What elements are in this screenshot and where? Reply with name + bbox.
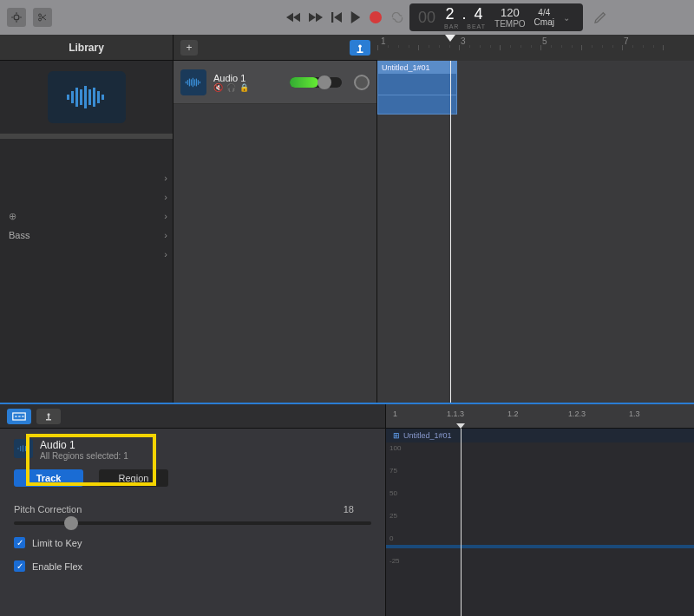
pitch-correction-slider[interactable] — [14, 521, 371, 525]
chevron-right-icon: › — [164, 173, 167, 183]
limit-to-key-label: Limit to Key — [32, 538, 82, 548]
svg-marker-10 — [293, 13, 300, 23]
rewind-button[interactable] — [286, 12, 300, 23]
svg-rect-32 — [193, 77, 193, 86]
segment-track-button[interactable]: Track — [14, 469, 83, 487]
svg-rect-45 — [20, 446, 21, 451]
arrange-area[interactable]: Untitled_1#01 — [377, 61, 694, 403]
svg-rect-48 — [28, 448, 29, 449]
svg-rect-44 — [18, 448, 19, 449]
inspector: Audio 1 All Regions selected: 1 Track Re… — [0, 429, 385, 582]
svg-marker-15 — [351, 11, 361, 23]
chevron-down-icon[interactable]: ⌄ — [563, 13, 570, 23]
add-track-button[interactable]: + — [180, 40, 198, 56]
svg-rect-33 — [194, 79, 195, 85]
limit-to-key-checkbox[interactable]: ✓ — [14, 537, 25, 548]
arrange-playhead[interactable] — [450, 61, 451, 403]
svg-point-0 — [14, 15, 19, 20]
svg-rect-17 — [71, 91, 74, 103]
svg-rect-43 — [46, 419, 51, 421]
chevron-right-icon: › — [164, 211, 167, 221]
headphones-icon[interactable]: 🎧 — [226, 83, 236, 92]
editor-region-header: ⊞ Untitled_1#01 — [386, 429, 694, 442]
mute-icon[interactable]: 🔇 — [213, 83, 223, 92]
edit-button[interactable] — [593, 10, 607, 24]
waveform — [386, 545, 694, 548]
enable-flex-checkbox[interactable]: ✓ — [14, 560, 25, 572]
library-item[interactable]: › — [0, 245, 173, 264]
audio-region[interactable]: Untitled_1#01 — [377, 61, 457, 115]
record-button[interactable] — [370, 11, 382, 23]
editor-panel: Audio 1 All Regions selected: 1 Track Re… — [0, 403, 694, 616]
transport-controls — [286, 11, 404, 23]
lock-icon[interactable]: 🔒 — [239, 83, 249, 92]
window-title: Untitled - Tracks — [468, 0, 524, 2]
editor-ruler[interactable]: 1 1.1.3 1.2 1.2.3 1.3 — [386, 404, 694, 429]
svg-rect-47 — [25, 446, 26, 451]
region-name: Untitled_1#01 — [378, 62, 456, 74]
library-panel: Library › › ⊕› Bass› › — [0, 35, 174, 403]
svg-rect-20 — [84, 86, 87, 108]
pan-knob[interactable] — [354, 75, 370, 90]
svg-point-5 — [39, 14, 42, 16]
library-header: Library — [0, 35, 173, 61]
playhead-marker-icon[interactable] — [445, 35, 455, 42]
svg-rect-22 — [93, 88, 95, 107]
segment-region-button[interactable]: Region — [99, 469, 168, 487]
svg-rect-26 — [359, 46, 361, 52]
library-item[interactable]: ⊕› — [0, 206, 173, 226]
audio-track-icon — [180, 69, 206, 95]
scissors-button[interactable] — [33, 8, 52, 27]
pitch-correction-label: Pitch Correction — [14, 504, 82, 514]
view-settings-button[interactable] — [7, 8, 26, 27]
go-to-start-button[interactable] — [331, 12, 342, 23]
svg-rect-34 — [196, 78, 197, 86]
svg-rect-23 — [97, 91, 100, 103]
editor-secondary-button[interactable] — [36, 409, 61, 424]
lcd-bar-beat: 2 . 4 — [446, 5, 485, 23]
timeline-ruler[interactable]: 1 3 5 7 — [377, 35, 694, 61]
tracks-area: + 1 3 5 7 — [174, 35, 694, 403]
toolbar-blue-button[interactable] — [350, 40, 370, 56]
editor-mode-button[interactable] — [7, 409, 31, 424]
play-button[interactable] — [350, 11, 361, 23]
audio-track-icon — [14, 439, 33, 458]
inspector-track-name: Audio 1 — [40, 439, 128, 451]
svg-rect-28 — [186, 81, 187, 82]
svg-rect-36 — [200, 81, 200, 82]
svg-rect-42 — [48, 414, 49, 419]
svg-rect-29 — [187, 80, 188, 85]
library-patch-icon[interactable] — [48, 71, 126, 123]
top-toolbar: Untitled - Tracks 00 2 . 4 BAR BEAT 120 … — [0, 0, 694, 35]
svg-point-6 — [39, 18, 42, 21]
lcd-dim-prefix: 00 — [418, 9, 435, 27]
svg-rect-30 — [189, 78, 190, 86]
lcd-tempo: 120 — [501, 6, 520, 19]
library-item-bass[interactable]: Bass› — [0, 226, 173, 245]
chevron-right-icon: › — [164, 230, 167, 240]
audio-editor[interactable]: 1 1.1.3 1.2 1.2.3 1.3 ⊞ Untitled_1#01 10… — [386, 404, 694, 616]
svg-marker-9 — [286, 13, 293, 23]
svg-marker-14 — [334, 12, 342, 23]
add-icon: ⊕ — [9, 211, 16, 222]
library-item[interactable]: › — [0, 187, 173, 206]
svg-rect-13 — [331, 12, 333, 23]
cycle-button[interactable] — [390, 12, 404, 23]
svg-rect-46 — [23, 445, 23, 451]
svg-rect-35 — [198, 80, 199, 85]
enable-flex-label: Enable Flex — [32, 561, 82, 572]
track-name: Audio 1 — [213, 73, 249, 83]
svg-rect-16 — [67, 95, 69, 100]
lcd-display[interactable]: Untitled - Tracks 00 2 . 4 BAR BEAT 120 … — [409, 3, 583, 31]
svg-rect-31 — [191, 79, 192, 85]
svg-rect-21 — [88, 89, 91, 105]
volume-slider[interactable] — [290, 77, 342, 88]
svg-rect-27 — [357, 51, 363, 53]
svg-rect-18 — [75, 88, 78, 107]
library-item[interactable]: › — [0, 168, 173, 187]
track-row[interactable]: Audio 1 🔇 🎧 🔒 — [174, 61, 376, 104]
editor-playhead[interactable] — [461, 429, 462, 616]
svg-marker-12 — [316, 13, 323, 23]
svg-rect-24 — [101, 95, 104, 100]
forward-button[interactable] — [309, 12, 323, 23]
